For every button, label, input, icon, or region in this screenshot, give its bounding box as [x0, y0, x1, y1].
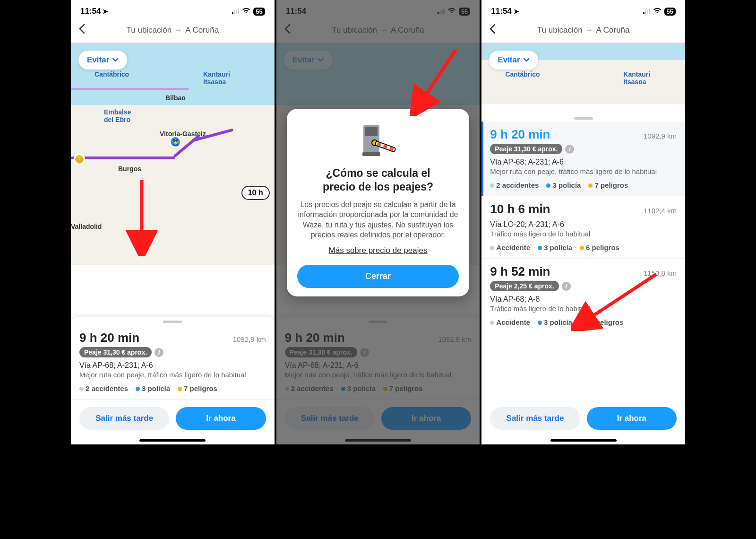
toll-badge: Peaje 31,30 € aprox.	[490, 144, 562, 154]
route-distance: 1092,9 km	[233, 335, 266, 343]
status-time: 11:54	[491, 7, 511, 16]
info-icon[interactable]: i	[155, 348, 163, 357]
bottom-actions: Salir más tarde Ir ahora	[481, 400, 685, 437]
screen-3: 11:54 ➤ 55 Tu ubicación → A Coruña Evita…	[481, 0, 685, 444]
map[interactable]: Evitar Cantábrico Kantauri Itsasoa	[481, 43, 685, 104]
go-now-button[interactable]: Ir ahora	[176, 407, 266, 430]
route-time: 9 h 52 min	[490, 264, 550, 279]
signal-icon	[643, 9, 650, 14]
map-label: Burgos	[118, 165, 141, 173]
wifi-icon	[242, 7, 250, 16]
location-icon: ➤	[514, 8, 519, 15]
svg-rect-2	[365, 127, 378, 136]
toll-booth-icon	[357, 121, 399, 161]
nav-from: Tu ubicación	[127, 26, 172, 35]
avoid-label: Evitar	[87, 55, 109, 65]
nav-to: A Coruña	[185, 26, 219, 35]
nav-header: Tu ubicación → A Coruña	[481, 19, 685, 43]
avoid-button[interactable]: Evitar	[78, 51, 127, 70]
sheet-handle[interactable]	[163, 321, 182, 323]
battery-icon: 55	[664, 8, 676, 16]
route-distance: 1153,8 km	[644, 269, 677, 277]
info-icon[interactable]: i	[565, 145, 574, 154]
toll-badge: Peaje 31,30 € aprox.	[79, 347, 152, 357]
route-via: Vía AP-68; A-231; A-6	[490, 158, 677, 166]
route-card-1[interactable]: 9 h 20 min 1092,9 km Peaje 31,30 € aprox…	[481, 122, 685, 196]
go-now-button[interactable]: Ir ahora	[587, 407, 677, 430]
battery-icon: 55	[253, 8, 265, 16]
route-time: 9 h 20 min	[490, 127, 550, 142]
screen-2: 11:54 55 Tu ubicación → A Coruña Evitar	[276, 0, 480, 444]
map-label: Valladolid	[71, 223, 102, 230]
route-via: Vía LO-20; A-231; A-6	[490, 220, 677, 229]
route-time-badge: 10 h	[241, 186, 270, 200]
route-tags: 2 accidentes 3 policía 7 peligros	[79, 384, 266, 392]
home-indicator	[550, 439, 617, 442]
police-marker-icon: 👮	[169, 136, 181, 148]
route-description: Tráfico más ligero de lo habitual	[490, 304, 677, 313]
route-description: Mejor ruta con peaje, tráfico más ligero…	[79, 371, 266, 379]
signal-icon	[232, 9, 239, 14]
info-icon[interactable]: i	[562, 282, 571, 291]
route-card[interactable]: 9 h 20 min 1092,9 km Peaje 31,30 € aprox…	[71, 325, 275, 400]
status-bar: 11:54 ➤ 55	[481, 0, 685, 19]
hazard-marker-icon: 😊	[74, 154, 85, 165]
route-description: Mejor ruta con peaje, tráfico más ligero…	[490, 167, 677, 175]
arrow-right-icon: →	[585, 26, 593, 35]
back-button[interactable]	[489, 24, 500, 37]
map-label: Embalse del Ebro	[104, 108, 131, 123]
wifi-icon	[653, 7, 662, 16]
annotation-arrow	[125, 175, 158, 256]
screen-1: 11:54 ➤ 55 Tu ubicación → A Coruña	[71, 0, 275, 444]
routes-list[interactable]: 9 h 20 min 1092,9 km Peaje 31,30 € aprox…	[481, 113, 685, 403]
modal-close-button[interactable]: Cerrar	[297, 265, 459, 288]
route-distance: 1102,4 km	[644, 207, 677, 215]
bottom-actions: Salir más tarde Ir ahora	[71, 400, 275, 437]
nav-header: Tu ubicación → A Coruña	[71, 19, 275, 43]
route-via: Vía AP-68; A-231; A-6	[79, 361, 266, 370]
home-indicator	[139, 439, 206, 442]
chevron-down-icon	[112, 58, 119, 62]
bottom-sheet[interactable]: 9 h 20 min 1092,9 km Peaje 31,30 € aprox…	[71, 317, 275, 444]
modal-body: Los precios del peaje se calculan a part…	[297, 200, 459, 240]
map[interactable]: Evitar Cantábrico Kantauri Itsasoa Bilba…	[71, 43, 275, 265]
map-label: Cantábrico	[94, 70, 129, 78]
map-label: Kantauri Itsasoa	[203, 70, 230, 86]
modal-more-link[interactable]: Más sobre precio de peajes	[329, 246, 428, 255]
status-time: 11:54	[80, 7, 101, 16]
route-card-3[interactable]: 9 h 52 min 1153,8 km Peaje 2,25 € aprox.…	[481, 259, 685, 333]
leave-later-button[interactable]: Salir más tarde	[490, 407, 580, 430]
nav-from: Tu ubicación	[537, 26, 583, 35]
toll-info-modal: ¿Cómo se calcula elprecio de los peajes?…	[287, 109, 470, 296]
route-distance: 1092,9 km	[644, 132, 677, 140]
route-via: Vía AP-68; A-8	[490, 295, 677, 304]
leave-later-button[interactable]: Salir más tarde	[79, 407, 169, 430]
status-bar: 11:54 ➤ 55	[71, 0, 275, 19]
route-time: 10 h 6 min	[490, 202, 550, 217]
route-description: Tráfico más ligero de lo habitual	[490, 230, 677, 238]
sheet-handle[interactable]	[574, 117, 593, 120]
location-icon: ➤	[103, 8, 108, 15]
svg-rect-3	[362, 152, 380, 156]
toll-badge: Peaje 2,25 € aprox.	[490, 281, 558, 291]
nav-to: A Coruña	[596, 26, 630, 35]
back-button[interactable]	[78, 24, 90, 37]
route-card-2[interactable]: 10 h 6 min 1102,4 km Vía LO-20; A-231; A…	[481, 196, 685, 259]
arrow-right-icon: →	[174, 26, 182, 35]
map-label: Bilbao	[165, 94, 186, 102]
modal-title: ¿Cómo se calcula elprecio de los peajes?	[297, 166, 459, 194]
route-time: 9 h 20 min	[79, 330, 139, 345]
avoid-button[interactable]: Evitar	[489, 51, 538, 70]
